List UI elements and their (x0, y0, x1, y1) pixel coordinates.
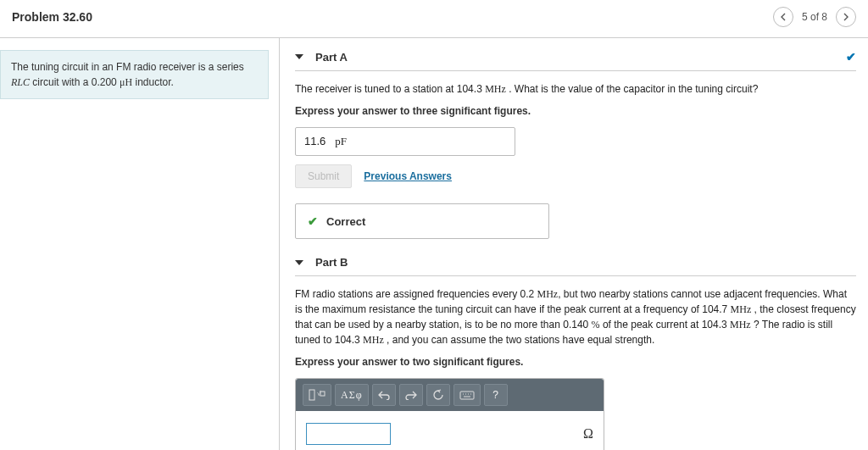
qA-mhz: MHz (485, 83, 506, 95)
desc-rlc: RLC (11, 76, 30, 88)
svg-rect-2 (320, 392, 325, 396)
help-button[interactable]: ? (484, 384, 508, 406)
caret-down-icon (295, 54, 303, 59)
answer-value: 11.6 (304, 135, 326, 147)
qA-text2: . What is the value of the capacitor in … (506, 83, 759, 95)
desc-text3: inductor. (132, 76, 174, 88)
qB-mhz4: MHz (363, 334, 384, 346)
part-a-instruction: Express your answer to three significant… (295, 105, 856, 117)
check-icon: ✔ (846, 50, 856, 64)
pager: 5 of 8 (773, 7, 856, 27)
part-b-header[interactable]: Part B (295, 244, 856, 276)
submit-button-disabled: Submit (295, 164, 352, 188)
qB-mhz2: MHz (731, 303, 752, 315)
keyboard-button[interactable] (453, 384, 481, 406)
redo-button[interactable] (399, 384, 423, 406)
previous-answers-link[interactable]: Previous Answers (364, 170, 452, 182)
greek-button[interactable]: ΑΣφ (335, 384, 369, 406)
answer-input[interactable] (306, 423, 391, 445)
correct-check-icon: ✔ (308, 214, 318, 228)
equation-panel: √ ΑΣφ ? (295, 378, 604, 450)
templates-button[interactable]: √ (303, 384, 331, 406)
part-a-answer-readonly: 11.6 pF (295, 127, 515, 156)
next-button[interactable] (836, 7, 856, 27)
undo-button[interactable] (372, 384, 396, 406)
right-column: Part A ✔ The receiver is tuned to a stat… (280, 38, 868, 450)
desc-unit: μH (120, 76, 132, 88)
correct-label: Correct (326, 215, 365, 228)
reset-button[interactable] (426, 384, 450, 406)
qB-pct: % (592, 319, 600, 331)
part-b-title: Part B (315, 256, 348, 269)
qB-mhz3: MHz (730, 319, 751, 331)
qA-text1: The receiver is tuned to a station at 10… (295, 83, 485, 95)
qB-t6: , and you can assume the two stations ha… (384, 334, 655, 346)
part-a-header[interactable]: Part A ✔ (295, 38, 856, 71)
svg-rect-0 (309, 390, 314, 400)
problem-description: The tuning circuit in an FM radio receiv… (0, 50, 269, 99)
svg-rect-3 (460, 392, 474, 399)
correct-feedback: ✔ Correct (295, 203, 549, 239)
qB-t1: FM radio stations are assigned frequenci… (295, 288, 537, 300)
qB-mhz1: MHz (537, 288, 558, 300)
caret-down-icon (295, 260, 303, 265)
pager-text: 5 of 8 (802, 11, 827, 23)
unit-ohm: Ω (583, 426, 593, 442)
part-a-title: Part A (315, 51, 348, 64)
desc-text2: circuit with a 0.200 (30, 76, 120, 88)
prev-button[interactable] (773, 7, 793, 27)
part-b-question: FM radio stations are assigned frequenci… (295, 286, 856, 347)
part-b-instruction: Express your answer to two significant f… (295, 356, 856, 368)
desc-text: The tuning circuit in an FM radio receiv… (11, 61, 244, 73)
problem-title: Problem 32.60 (12, 10, 92, 24)
qB-t4: of the peak current at 104.3 (600, 319, 730, 331)
left-column: The tuning circuit in an FM radio receiv… (0, 38, 280, 450)
header-bar: Problem 32.60 5 of 8 (0, 0, 868, 38)
equation-toolbar: √ ΑΣφ ? (296, 379, 604, 411)
part-a-question: The receiver is tuned to a station at 10… (295, 81, 856, 97)
answer-unit: pF (335, 135, 347, 147)
